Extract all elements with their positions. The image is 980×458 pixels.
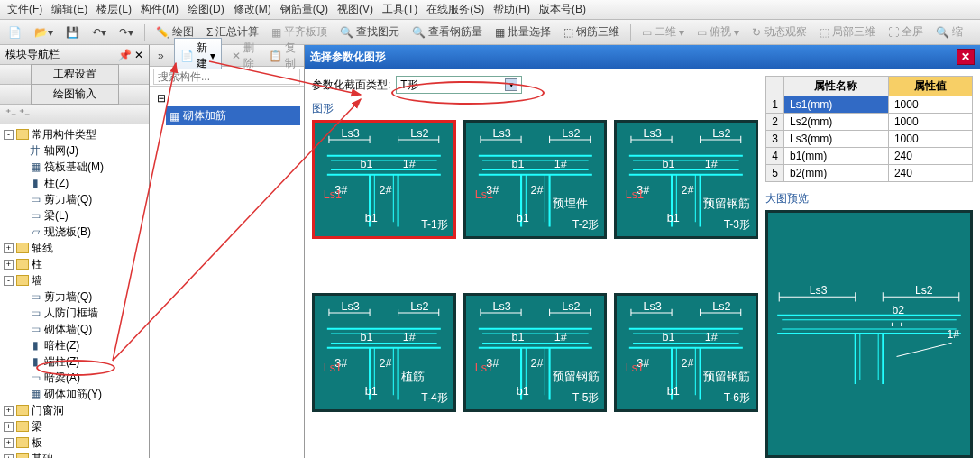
shape-cell[interactable]: Ls3 Ls2 1# 2# 3# b1 b1 Ls1 植筋 T-4形 (312, 293, 456, 412)
col-value: 属性值 (888, 77, 972, 96)
property-row[interactable]: 1Ls1(mm)1000 (766, 96, 973, 114)
mi-ver[interactable]: 版本号(B) (536, 0, 590, 19)
tree-row[interactable]: ▭剪力墙(Q) (0, 289, 149, 305)
batchsel-btn[interactable]: ▦ 批量选择 (490, 23, 555, 41)
tree-row[interactable]: ▮端柱(Z) (0, 353, 149, 370)
nav-tree[interactable]: -常用构件类型井轴网(J)▦筏板基础(M)▮柱(Z)▭剪力墙(Q)▭梁(L)▱现… (0, 124, 149, 458)
svg-text:Ls1: Ls1 (324, 362, 342, 374)
svg-text:Ls1: Ls1 (626, 362, 644, 374)
tree-row[interactable]: -常用构件类型 (0, 126, 149, 142)
mi-online[interactable]: 在线服务(S) (423, 0, 488, 19)
mi-rebar[interactable]: 钢筋量(Q) (277, 0, 332, 19)
tree-row[interactable]: ▦砌体加筋(Y) (0, 386, 149, 402)
mi-edit[interactable]: 编辑(E) (48, 0, 91, 19)
tree-row[interactable]: ▭砌体墙(Q) (0, 321, 149, 337)
rebar-icon: ▦ (169, 110, 179, 123)
shape-cell[interactable]: Ls3 Ls2 1# 2# 3# b1 b1 Ls1 预留钢筋 T-6形 (614, 293, 758, 412)
svg-text:b1: b1 (511, 331, 524, 344)
svg-text:Ls2: Ls2 (410, 299, 428, 312)
mi-help[interactable]: 帮助(H) (490, 0, 534, 19)
shape-cell[interactable]: Ls3 Ls2 1# 2# 3# b1 b1 Ls1 预埋件 T-2形 (463, 120, 608, 239)
expand-icon[interactable]: » (153, 48, 169, 64)
tree-row[interactable]: +梁 (0, 418, 149, 435)
shape-cell[interactable]: Ls3 Ls2 1# 2# 3# b1 b1 Ls1 预留钢筋 T-5形 (463, 293, 608, 412)
tree-row[interactable]: +门窗洞 (0, 402, 149, 418)
close-icon[interactable]: ✕ (957, 49, 975, 65)
search-input[interactable] (153, 69, 300, 85)
svg-text:b1: b1 (667, 385, 680, 398)
tree-row[interactable]: ▱现浇板(B) (0, 224, 149, 240)
property-row[interactable]: 3Ls3(mm)1000 (766, 131, 973, 148)
rebar3d-btn[interactable]: ⬚ 钢筋三维 (559, 23, 624, 41)
save-icon[interactable]: 💾 (61, 24, 84, 41)
mi-modify[interactable]: 修改(M) (230, 0, 275, 19)
svg-text:植筋: 植筋 (401, 371, 425, 383)
viewrebar-btn[interactable]: 🔍查看钢筋量 (408, 23, 487, 41)
tree-row[interactable]: ▭暗梁(A) (0, 370, 149, 386)
svg-text:b1: b1 (361, 158, 373, 170)
topview-btn[interactable]: ▭ 俯视▾ (692, 23, 744, 41)
tree-row[interactable]: ▭剪力墙(Q) (0, 191, 149, 207)
tab-project[interactable]: 工程设置 (31, 64, 119, 85)
mi-floor[interactable]: 楼层(L) (93, 0, 135, 19)
svg-text:Ls2: Ls2 (713, 127, 731, 140)
redo-icon[interactable]: ↷▾ (114, 24, 138, 41)
property-row[interactable]: 5b2(mm)240 (766, 165, 973, 182)
svg-text:1#: 1# (948, 329, 960, 342)
mi-file[interactable]: 文件(F) (4, 0, 46, 19)
mi-view[interactable]: 视图(V) (334, 0, 377, 19)
shape-cell[interactable]: Ls3 Ls2 1# 2# 3# b1 b1 Ls1 T-1形 (312, 120, 456, 239)
tree-row[interactable]: ▭人防门框墙 (0, 305, 149, 321)
zoom-btn[interactable]: 🔍缩 (931, 23, 967, 41)
svg-text:b1: b1 (365, 212, 378, 224)
svg-text:1#: 1# (554, 158, 566, 170)
nav-mini-toolbar: ⁺₋ ⁺₋ (0, 105, 149, 124)
new-icon[interactable]: 📄 (4, 24, 26, 41)
tree-row[interactable]: +板 (0, 435, 149, 451)
tree-row[interactable]: ▮柱(Z) (0, 175, 149, 191)
mid-tree-expand[interactable]: ⊟ (153, 90, 300, 106)
open-icon[interactable]: 📂▾ (30, 24, 58, 41)
undo-icon[interactable]: ↶▾ (87, 24, 111, 41)
dialog-title: 选择参数化图形 (310, 50, 386, 65)
svg-text:Ls3: Ls3 (492, 127, 510, 140)
tree-row[interactable]: +轴线 (0, 240, 149, 256)
col-name: 属性名称 (784, 77, 889, 96)
type-value: T形 (400, 78, 417, 93)
svg-text:Ls3: Ls3 (810, 285, 828, 298)
mi-tool[interactable]: 工具(T) (379, 0, 421, 19)
fullscreen-btn[interactable]: ⛶ 全屏 (884, 23, 928, 41)
tree-row[interactable]: +基础 (0, 451, 149, 458)
svg-text:Ls2: Ls2 (915, 285, 933, 298)
mi-member[interactable]: 构件(M) (137, 0, 182, 19)
tab-draw[interactable]: 绘图输入 (31, 84, 119, 105)
svg-text:b1: b1 (361, 331, 373, 344)
local3d-btn[interactable]: ⬚ 局部三维 (815, 23, 880, 41)
svg-text:b1: b1 (365, 385, 378, 398)
shape-dialog: 选择参数化图形 ✕ 参数化截面类型: T形 ▾ 图形 (305, 45, 980, 458)
shape-cell[interactable]: Ls3 Ls2 1# 2# 3# b1 b1 Ls1 预留钢筋 T-3形 (614, 120, 758, 239)
svg-text:Ls3: Ls3 (342, 299, 360, 312)
svg-text:2#: 2# (530, 184, 543, 197)
svg-text:预留钢筋: 预留钢筋 (703, 198, 750, 211)
svg-text:Ls2: Ls2 (713, 299, 731, 312)
tree-row[interactable]: ▭梁(L) (0, 207, 149, 224)
svg-text:1#: 1# (705, 158, 718, 170)
svg-text:预埋件: 预埋件 (552, 198, 587, 211)
dynview-btn[interactable]: ↻ 动态观察 (747, 23, 811, 41)
property-row[interactable]: 4b1(mm)240 (766, 148, 973, 165)
svg-text:1#: 1# (403, 158, 416, 170)
tree-row[interactable]: -墙 (0, 272, 149, 289)
pin-icon[interactable]: 📌 ✕ (118, 49, 143, 61)
mi-draw[interactable]: 绘图(D) (184, 0, 228, 19)
tree-row[interactable]: ▦筏板基础(M) (0, 159, 149, 175)
view2d-btn[interactable]: ▭ 二维▾ (637, 23, 689, 41)
tree-row[interactable]: ▮暗柱(Z) (0, 337, 149, 353)
tree-row[interactable]: 井轴网(J) (0, 142, 149, 159)
mid-tree-item[interactable]: ▦ 砌体加筋 (166, 106, 300, 125)
type-select[interactable]: T形 ▾ (396, 76, 522, 94)
tree-row[interactable]: +柱 (0, 256, 149, 272)
property-row[interactable]: 2Ls2(mm)1000 (766, 114, 973, 131)
findelem-btn[interactable]: 🔍查找图元 (335, 23, 404, 41)
svg-text:Ls1: Ls1 (474, 362, 492, 374)
